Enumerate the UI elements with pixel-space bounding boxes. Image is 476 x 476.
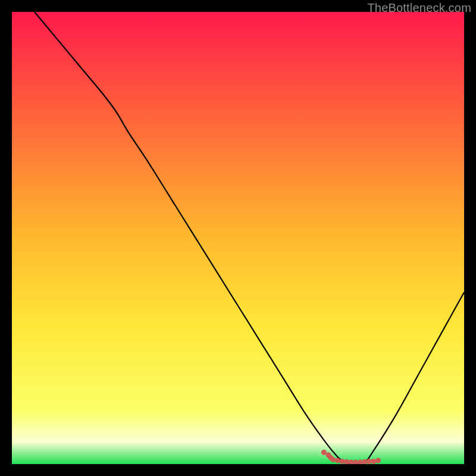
chart-frame bbox=[12, 12, 464, 464]
marker-dot bbox=[371, 459, 377, 464]
chart-background bbox=[12, 12, 464, 464]
marker-dot bbox=[321, 450, 327, 455]
marker-dot bbox=[330, 457, 336, 462]
marker-dot bbox=[335, 458, 340, 463]
watermark-text: TheBottleneck.com bbox=[367, 1, 471, 15]
chart-canvas bbox=[12, 12, 464, 464]
marker-dot bbox=[375, 458, 381, 463]
marker-dot bbox=[339, 459, 345, 464]
